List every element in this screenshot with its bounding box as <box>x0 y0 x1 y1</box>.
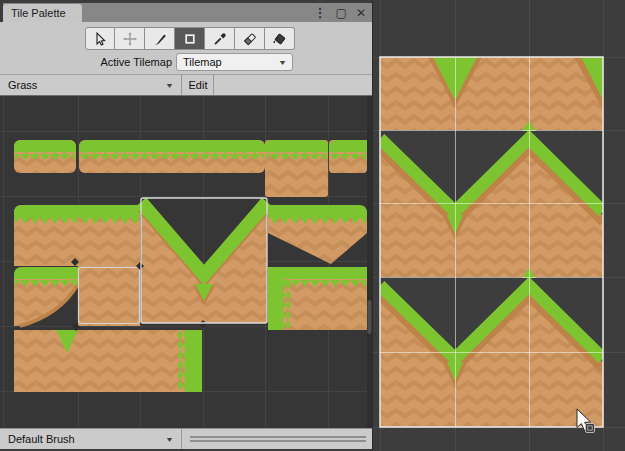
eyedropper-icon <box>212 31 228 47</box>
edit-button[interactable]: Edit <box>183 75 214 95</box>
tool-toolbar: Active Tilemap Tilemap ▼ <box>0 22 372 75</box>
active-tilemap-value: Tilemap <box>183 56 222 68</box>
tile-picker-tool-button[interactable] <box>205 27 235 50</box>
active-tilemap-label: Active Tilemap <box>100 56 172 68</box>
palette-name: Grass <box>8 79 37 91</box>
paintbrush-icon <box>152 31 168 47</box>
move-icon <box>122 31 138 47</box>
tile-palette-window: Tile Palette ⋮ ▢ ✕ <box>0 0 372 451</box>
painted-tilemap <box>380 57 603 427</box>
titlebar[interactable]: Tile Palette ⋮ ▢ ✕ <box>0 0 372 22</box>
eraser-icon <box>242 31 258 47</box>
paint-bucket-icon <box>272 31 288 47</box>
chevron-down-icon: ▼ <box>278 59 287 66</box>
active-tilemap-row: Active Tilemap Tilemap ▼ <box>0 52 372 74</box>
palette-canvas <box>0 96 372 428</box>
tab-tile-palette[interactable]: Tile Palette <box>3 4 82 22</box>
brush-name: Default Brush <box>8 433 75 445</box>
palette-scrollbar-thumb[interactable] <box>368 300 372 334</box>
box-fill-icon <box>182 31 198 47</box>
palette-dropdown[interactable]: Grass ▼ <box>0 75 182 95</box>
maximize-icon[interactable]: ▢ <box>336 7 347 19</box>
palette-selector-row: Grass ▼ Edit <box>0 75 372 96</box>
window-title: Tile Palette <box>11 7 66 19</box>
brush-bar: Default Brush ▼ <box>0 428 372 449</box>
kebab-menu-icon[interactable]: ⋮ <box>314 6 327 19</box>
eraser-tool-button[interactable] <box>235 27 265 50</box>
close-icon[interactable]: ✕ <box>356 7 366 19</box>
select-cursor-icon <box>92 31 108 47</box>
chevron-down-icon: ▼ <box>165 436 174 443</box>
box-fill-tool-button[interactable] <box>175 27 205 50</box>
brush-dropdown[interactable]: Default Brush ▼ <box>0 429 182 449</box>
zoom-slider[interactable] <box>190 436 366 442</box>
paintbrush-tool-button[interactable] <box>145 27 175 50</box>
select-tool-button[interactable] <box>85 27 115 50</box>
chevron-down-icon: ▼ <box>165 82 174 89</box>
move-tool-button[interactable] <box>115 27 145 50</box>
flood-fill-tool-button[interactable] <box>265 27 295 50</box>
palette-scrollbar-track[interactable] <box>367 96 372 428</box>
palette-grid[interactable] <box>0 96 372 428</box>
unity-tile-palette-screenshot: Tile Palette ⋮ ▢ ✕ <box>0 0 625 451</box>
active-tilemap-dropdown[interactable]: Tilemap ▼ <box>176 53 293 71</box>
tool-button-group <box>85 27 295 50</box>
cursor-tool-badge-icon <box>586 424 595 433</box>
